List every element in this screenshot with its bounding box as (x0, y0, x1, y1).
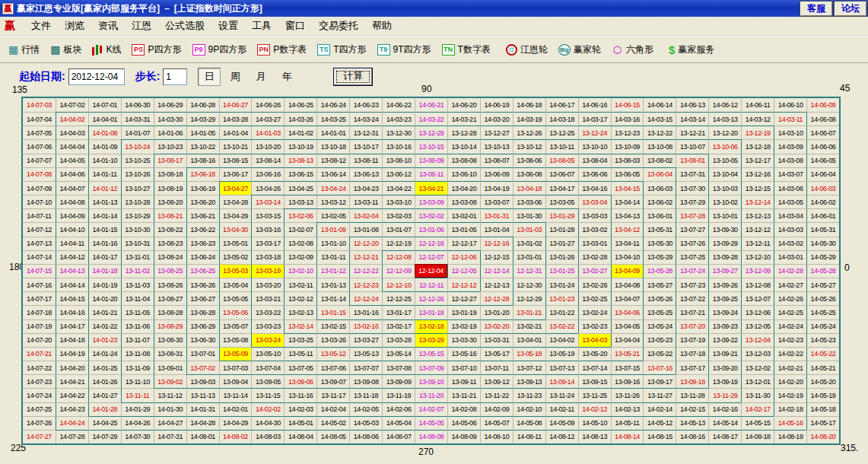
toolbar-t-square-button[interactable]: TS T四方形 (312, 42, 371, 58)
date-cell: 12-12-21 (349, 250, 382, 264)
date-cell: 14-04-01 (88, 112, 121, 126)
date-cell: 13-08-03 (611, 154, 644, 167)
date-cell: 13-11-28 (676, 388, 708, 402)
date-cell: 13-07-24 (676, 264, 708, 278)
date-cell: 14-04-24 (56, 416, 88, 430)
date-cell: 14-06-13 (676, 98, 708, 112)
date-cell: 13-05-11 (284, 347, 316, 361)
date-cell: 13-08-09 (415, 154, 447, 167)
date-cell: 13-01-30 (513, 208, 545, 222)
date-cell: 14-03-15 (643, 112, 676, 126)
date-cell: 13-01-03 (513, 222, 545, 236)
menu-item-trade[interactable]: 交易委托 (312, 17, 365, 34)
date-cell: 13-02-01 (447, 208, 480, 222)
calculate-button[interactable]: 计算 (333, 68, 373, 86)
date-cell: 13-10-28 (121, 195, 154, 208)
menu-item-file[interactable]: 文件 (24, 17, 58, 34)
date-cell: 14-07-02 (56, 98, 88, 112)
menu-item-news[interactable]: 资讯 (91, 17, 125, 34)
date-cell: 12-12-14 (480, 264, 513, 278)
date-cell: 13-01-04 (480, 222, 513, 236)
date-cell: 13-01-20 (480, 305, 513, 319)
date-cell: 13-03-02 (578, 222, 611, 236)
date-cell: 14-03-06 (774, 181, 806, 195)
date-cell: 13-07-22 (676, 291, 708, 305)
toolbar-t-number-table-button[interactable]: TN T数字表 (437, 42, 496, 58)
date-cell: 14-03-18 (545, 112, 578, 126)
date-cell: 13-11-02 (121, 264, 154, 278)
date-cell: 14-03-04 (774, 208, 806, 222)
menu-item-browse[interactable]: 浏览 (58, 17, 91, 34)
toolbar-winner-service-button[interactable]: $ 赢家服务 (663, 42, 720, 58)
date-cell: 13-11-15 (251, 388, 284, 402)
unit-month-button[interactable]: 月 (250, 68, 272, 86)
menu-item-window[interactable]: 窗口 (278, 17, 312, 34)
date-cell: 13-07-25 (676, 250, 708, 264)
toolbar-p-number-table-button[interactable]: PN P数字表 (252, 42, 312, 58)
date-cell: 13-05-25 (643, 305, 676, 319)
date-cell: 14-05-27 (806, 278, 839, 291)
date-cell: 13-01-07 (382, 222, 415, 236)
toolbar-kline-button[interactable]: K线 (87, 42, 126, 58)
toolbar-9p-square-button[interactable]: P9 9P四方形 (187, 42, 253, 58)
date-cell: 13-03-21 (251, 291, 284, 305)
date-cell: 13-10-06 (708, 139, 741, 153)
date-cell: 13-03-30 (447, 333, 480, 347)
date-cell: 13-03-13 (284, 195, 316, 208)
date-cell: 13-07-23 (676, 278, 708, 291)
unit-day-button[interactable]: 日 (198, 68, 221, 86)
date-cell: 13-06-01 (643, 208, 676, 222)
date-cell: 13-04-13 (611, 208, 644, 222)
toolbar-gann-wheel-button[interactable]: 江恩轮 (501, 42, 553, 58)
date-cell: 13-05-28 (643, 264, 676, 278)
date-cell: 13-09-22 (708, 333, 741, 347)
date-cell: 13-05-05 (219, 291, 252, 305)
toolbar-sectors-button[interactable]: ▩ 板块 (45, 42, 87, 58)
date-cell: 14-08-14 (611, 430, 644, 443)
date-cell: 14-08-08 (415, 430, 447, 443)
date-cell: 14-05-03 (349, 416, 382, 430)
start-date-input[interactable] (68, 68, 125, 85)
step-input[interactable] (163, 68, 187, 85)
toolbar-hexagon-button[interactable]: ⬡ 六角形 (606, 42, 659, 58)
date-cell: 13-08-04 (578, 154, 611, 167)
date-cell: 14-02-15 (676, 402, 708, 416)
date-cell: 13-07-15 (611, 361, 644, 374)
menu-item-help[interactable]: 帮助 (365, 17, 399, 34)
toolbar-quotes-button[interactable]: ▦ 行情 (3, 42, 45, 58)
date-cell: 14-07-13 (23, 237, 56, 250)
date-cell: 13-08-01 (676, 154, 708, 167)
date-cell: 13-07-03 (219, 361, 252, 374)
date-cell: 14-02-10 (513, 402, 545, 416)
customer-service-button[interactable]: 客服 (800, 2, 832, 16)
date-cell: 14-05-01 (284, 416, 316, 430)
date-cell: 13-07-28 (676, 208, 708, 222)
date-cell: 14-04-20 (56, 361, 88, 374)
date-cell: 13-06-28 (186, 305, 219, 319)
forum-button[interactable]: 论坛 (835, 2, 866, 16)
date-cell: 14-06-26 (251, 98, 284, 112)
menu-item-gann[interactable]: 江恩 (125, 17, 158, 34)
date-cell: 13-07-18 (676, 347, 708, 361)
toolbar-9t-square-button[interactable]: T9 9T四方形 (372, 42, 437, 58)
date-cell: 13-10-22 (186, 139, 219, 153)
date-cell: 13-04-18 (513, 181, 545, 195)
menu-item-formula-stockpick[interactable]: 公式选股 (158, 17, 211, 34)
date-cell: 13-07-09 (415, 361, 447, 374)
toolbar-winner-wheel-button[interactable]: Big 赢家轮 (553, 42, 606, 58)
date-cell: 12-12-18 (415, 237, 447, 250)
date-cell: 13-09-29 (708, 237, 741, 250)
toolbar-p-square-button[interactable]: PS P四方形 (126, 42, 186, 58)
date-cell: 13-10-26 (121, 167, 154, 181)
date-cell: 14-02-23 (774, 333, 806, 347)
date-cell: 14-08-15 (643, 430, 676, 443)
date-cell: 13-09-28 (708, 250, 741, 264)
date-cell: 13-10-04 (708, 167, 741, 181)
menu-item-settings[interactable]: 设置 (211, 17, 245, 34)
date-cell: 13-12-11 (741, 237, 774, 250)
date-cell: 13-02-02 (415, 208, 447, 222)
menu-item-tools[interactable]: 工具 (245, 17, 278, 34)
date-cell: 14-07-24 (23, 388, 56, 402)
unit-week-button[interactable]: 周 (224, 68, 246, 86)
unit-year-button[interactable]: 年 (275, 68, 298, 86)
